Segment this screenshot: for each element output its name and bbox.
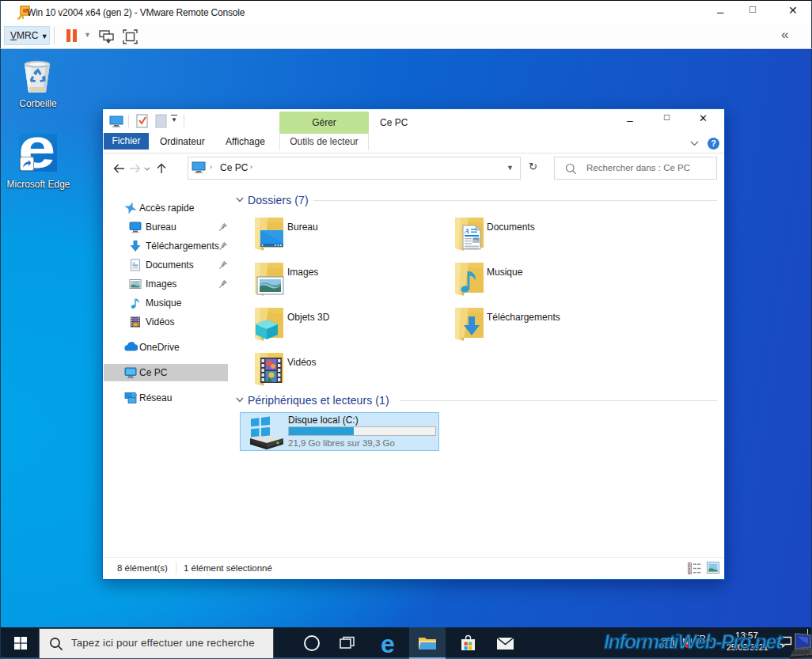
svg-text:A: A xyxy=(464,227,469,235)
svg-text:A: A xyxy=(131,261,135,265)
